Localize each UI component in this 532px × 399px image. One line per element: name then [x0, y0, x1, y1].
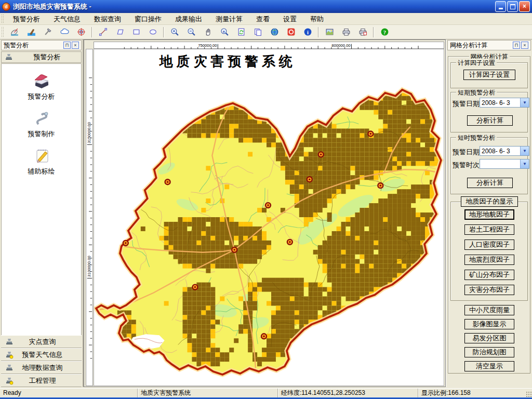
close-button[interactable]: ×: [519, 1, 530, 12]
help-button[interactable]: ?: [378, 26, 391, 38]
warning-analysis-group-header[interactable]: 预警分析: [1, 51, 82, 63]
dropdown-arrow-icon[interactable]: ▼: [520, 98, 529, 107]
factor-button-5[interactable]: 灾害分布因子: [464, 285, 514, 295]
survey-flag-button[interactable]: [25, 26, 37, 38]
factor-display-header-button[interactable]: 地质因子的显示: [461, 196, 518, 207]
nowcast-date-dropdown[interactable]: 2008- 6- 3 ▼: [480, 146, 529, 156]
map-marker-8[interactable]: [123, 241, 128, 246]
menu-item-6[interactable]: 查看: [249, 13, 276, 25]
menu-item-8[interactable]: 帮助: [303, 13, 330, 25]
stop-button[interactable]: [285, 26, 297, 38]
stamp-icon: [5, 53, 13, 61]
refresh-page-button[interactable]: [235, 26, 247, 38]
factor-button-4[interactable]: 矿山分布因子: [464, 270, 514, 280]
map-canvas[interactable]: 地质灾害预警系统: [94, 49, 444, 386]
map-marker-0[interactable]: [165, 179, 170, 184]
menu-item-2[interactable]: 数据查询: [87, 13, 128, 25]
map-frame: 750000.00800000.00 3150000.003100000.00 …: [84, 39, 446, 387]
toolbar-separator: [91, 27, 92, 37]
menu-item-0[interactable]: 预警分析: [6, 13, 47, 25]
extra-button-4[interactable]: 清空显示: [464, 361, 514, 371]
print-button[interactable]: [340, 26, 352, 38]
toolbar: ±i?: [0, 25, 532, 39]
bottom-bar-3[interactable]: 工程管理: [1, 374, 82, 387]
map-marker-1[interactable]: [318, 152, 324, 157]
tool-item-2[interactable]: 辅助标绘: [2, 146, 81, 176]
extra-button-3[interactable]: 防治规划图: [464, 347, 514, 357]
extra-button-2[interactable]: 易发分区图: [464, 333, 514, 343]
pin-icon[interactable]: ⊓: [513, 42, 520, 49]
map-marker-3[interactable]: [368, 131, 373, 137]
nowcast-analyze-button[interactable]: 分析计算: [467, 178, 513, 188]
factor-settings-button[interactable]: 计算因子设置: [463, 70, 515, 80]
close-panel-icon[interactable]: ×: [72, 42, 79, 49]
dropdown-arrow-icon[interactable]: ▼: [520, 159, 529, 168]
pan-hand-button[interactable]: [202, 26, 214, 38]
draw-line-button[interactable]: [97, 26, 109, 38]
tool-item-1[interactable]: 预警制作: [2, 109, 81, 139]
app-icon: d: [2, 3, 10, 11]
draw-ellipse-button[interactable]: [147, 26, 159, 38]
factor-button-2[interactable]: 人口密度因子: [464, 240, 514, 250]
toolbar-gripper[interactable]: [1, 26, 4, 38]
radar-button[interactable]: [8, 26, 21, 38]
extra-button-1[interactable]: 影像图显示: [464, 319, 514, 329]
crosshair-button[interactable]: [75, 26, 87, 38]
globe-button[interactable]: [268, 26, 281, 38]
menu-item-3[interactable]: 窗口操作: [128, 13, 168, 25]
extra-button-0[interactable]: 中小尺度雨量: [464, 305, 514, 315]
menu-item-5[interactable]: 测量计算: [209, 13, 249, 25]
tool-item-label: 辅助标绘: [28, 167, 55, 175]
cloud-button[interactable]: [58, 26, 71, 38]
nowcast-time-dropdown[interactable]: ▼: [480, 159, 529, 169]
info-button[interactable]: i: [301, 26, 314, 38]
bottom-bar-1[interactable]: 预警天气信息: [1, 348, 82, 361]
toolbar-separator: [318, 27, 319, 37]
menu-gripper[interactable]: [1, 14, 4, 23]
restore-button[interactable]: [507, 1, 518, 12]
copy-button[interactable]: [251, 26, 264, 38]
bottom-bar-label: 灾点查询: [16, 337, 69, 347]
map-marker-10[interactable]: [261, 334, 267, 339]
ruler-left: 3150000.003100000.00: [86, 49, 93, 386]
map-marker-9[interactable]: [192, 285, 197, 290]
pin-icon[interactable]: ⊓: [63, 42, 71, 49]
factor-button-0[interactable]: 地形地貌因子: [464, 209, 514, 220]
map-marker-6[interactable]: [287, 240, 292, 245]
image-export-button[interactable]: [323, 26, 336, 38]
menu-item-1[interactable]: 天气信息: [47, 13, 87, 25]
close-panel-icon[interactable]: ×: [521, 42, 528, 49]
menu-item-4[interactable]: 成果输出: [168, 13, 209, 25]
hammer-button[interactable]: [42, 26, 54, 38]
status-bar: Ready 地质灾害预警系统 经纬度:114.140551,28.250253 …: [0, 388, 532, 397]
print-preview-button[interactable]: [356, 26, 369, 38]
short-term-analyze-button[interactable]: 分析计算: [467, 115, 513, 126]
draw-rect-icon: [132, 28, 141, 36]
draw-line-icon: [99, 28, 108, 36]
menu-item-7[interactable]: 设置: [276, 13, 303, 25]
refresh-page-icon: [237, 28, 246, 36]
resize-grip[interactable]: [525, 391, 532, 397]
map-marker-2[interactable]: [307, 177, 312, 182]
svg-text:3100000.00: 3100000.00: [87, 256, 91, 277]
bottom-bar-label: 工程管理: [16, 376, 69, 385]
bottom-bar-2[interactable]: 地理数据查询: [1, 361, 82, 374]
short-term-date-dropdown[interactable]: 2008- 6- 3 ▼: [480, 98, 529, 108]
map-marker-4[interactable]: [378, 183, 383, 188]
zoom-in-button[interactable]: [168, 26, 181, 38]
map-marker-7[interactable]: [232, 247, 237, 252]
factor-button-1[interactable]: 岩土工程因子: [464, 224, 514, 235]
tool-item-0[interactable]: 预警分析: [2, 71, 81, 101]
minimize-button[interactable]: [495, 1, 506, 12]
factor-button-3[interactable]: 地震烈度因子: [464, 255, 514, 265]
draw-rect-button[interactable]: [130, 26, 142, 38]
draw-polygon-button[interactable]: [113, 26, 126, 38]
dropdown-arrow-icon[interactable]: ▼: [520, 147, 529, 155]
map-marker-5[interactable]: [265, 203, 271, 208]
status-scale: 显示比例:166.158: [418, 389, 507, 397]
hammer-icon: [44, 28, 52, 36]
bottom-bar-0[interactable]: 灾点查询: [1, 335, 82, 348]
zoom-out-button[interactable]: [185, 26, 197, 38]
radar-icon: [10, 28, 19, 36]
zoom-extent-button[interactable]: ±: [218, 26, 231, 38]
